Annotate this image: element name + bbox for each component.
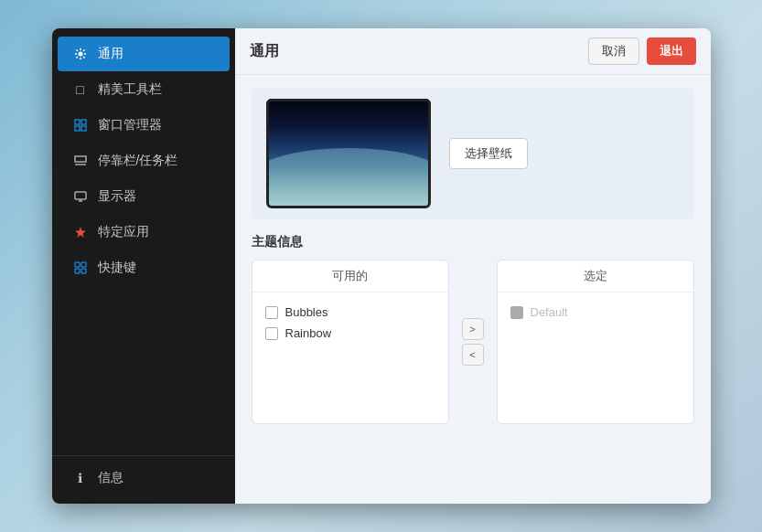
content-area: 选择壁纸 主题信息 可用的 Bubbles Rainbow bbox=[235, 75, 711, 504]
sidebar: 通用□精美工具栏 窗口管理器 停靠栏/任务栏 显示器 特定应用 快捷键 bbox=[52, 28, 235, 504]
general-icon bbox=[72, 46, 89, 62]
svg-rect-12 bbox=[81, 262, 86, 267]
svg-rect-11 bbox=[75, 262, 80, 267]
svg-point-0 bbox=[78, 52, 82, 57]
svg-rect-1 bbox=[75, 120, 80, 124]
theme-item-rainbow: Rainbow bbox=[265, 323, 435, 344]
default-checkbox[interactable] bbox=[510, 306, 523, 319]
svg-rect-3 bbox=[75, 126, 80, 131]
window-manager-icon bbox=[72, 117, 89, 133]
sidebar-item-dock-label: 停靠栏/任务栏 bbox=[98, 153, 178, 169]
theme-panels: 可用的 Bubbles Rainbow > bbox=[252, 260, 694, 424]
svg-rect-7 bbox=[75, 192, 86, 199]
sidebar-item-info[interactable]: ℹ 信息 bbox=[58, 461, 230, 495]
sidebar-item-special-apps-label: 特定应用 bbox=[98, 224, 149, 240]
available-panel-content: Bubbles Rainbow bbox=[252, 293, 448, 353]
special-apps-icon bbox=[72, 224, 89, 240]
page-title: 通用 bbox=[250, 42, 279, 61]
arrow-buttons: > < bbox=[458, 311, 488, 373]
sidebar-item-toolkit-label: 精美工具栏 bbox=[98, 81, 162, 98]
svg-rect-14 bbox=[81, 269, 86, 273]
default-label: Default bbox=[531, 305, 568, 319]
sidebar-item-dock[interactable]: 停靠栏/任务栏 bbox=[58, 144, 230, 178]
sidebar-item-window-manager-label: 窗口管理器 bbox=[98, 117, 162, 133]
svg-rect-2 bbox=[81, 120, 86, 124]
display-icon bbox=[72, 188, 89, 205]
sidebar-item-general[interactable]: 通用 bbox=[58, 37, 230, 71]
sidebar-item-display-label: 显示器 bbox=[98, 188, 136, 205]
move-left-button[interactable]: < bbox=[462, 344, 484, 366]
sidebar-item-info-label: 信息 bbox=[98, 470, 123, 486]
wallpaper-preview bbox=[266, 99, 431, 208]
choose-wallpaper-button[interactable]: 选择壁纸 bbox=[449, 138, 528, 169]
sidebar-bottom: ℹ 信息 bbox=[52, 455, 235, 496]
bubbles-checkbox[interactable] bbox=[265, 306, 278, 319]
header: 通用 取消 退出 bbox=[235, 28, 711, 75]
svg-rect-4 bbox=[81, 126, 86, 131]
theme-item-default: Default bbox=[510, 302, 681, 323]
selected-panel-content: Default bbox=[498, 293, 693, 332]
available-panel: 可用的 Bubbles Rainbow bbox=[252, 260, 449, 424]
exit-button[interactable]: 退出 bbox=[647, 37, 696, 65]
sidebar-item-toolkit[interactable]: □精美工具栏 bbox=[58, 72, 230, 107]
settings-dialog: 通用□精美工具栏 窗口管理器 停靠栏/任务栏 显示器 特定应用 快捷键 bbox=[52, 28, 711, 504]
sidebar-item-shortcuts[interactable]: 快捷键 bbox=[58, 250, 230, 285]
sidebar-item-shortcuts-label: 快捷键 bbox=[98, 260, 136, 276]
theme-item-bubbles: Bubbles bbox=[265, 302, 435, 323]
sidebar-item-general-label: 通用 bbox=[98, 46, 123, 62]
svg-rect-5 bbox=[75, 156, 86, 162]
info-icon: ℹ bbox=[72, 470, 89, 486]
available-panel-header: 可用的 bbox=[252, 261, 448, 293]
svg-marker-10 bbox=[75, 227, 86, 238]
bubbles-label: Bubbles bbox=[285, 305, 328, 319]
theme-section-title: 主题信息 bbox=[252, 234, 694, 250]
main-panel: 通用 取消 退出 选择壁纸 主题信息 可用的 bbox=[235, 28, 711, 504]
selected-panel: 选定 Default bbox=[497, 260, 694, 424]
toolkit-icon: □ bbox=[72, 81, 89, 98]
rainbow-label: Rainbow bbox=[285, 326, 332, 340]
move-right-button[interactable]: > bbox=[462, 318, 484, 340]
cancel-button[interactable]: 取消 bbox=[588, 37, 639, 65]
wallpaper-section: 选择壁纸 bbox=[252, 88, 694, 219]
svg-rect-13 bbox=[75, 269, 80, 273]
sidebar-item-display[interactable]: 显示器 bbox=[58, 179, 230, 214]
sidebar-item-window-manager[interactable]: 窗口管理器 bbox=[58, 108, 230, 143]
dock-icon bbox=[72, 153, 89, 169]
sidebar-item-special-apps[interactable]: 特定应用 bbox=[58, 215, 230, 250]
rainbow-checkbox[interactable] bbox=[265, 327, 278, 340]
header-buttons: 取消 退出 bbox=[588, 37, 696, 65]
device-border bbox=[266, 99, 431, 208]
shortcuts-icon bbox=[72, 260, 89, 276]
selected-panel-header: 选定 bbox=[498, 261, 693, 293]
